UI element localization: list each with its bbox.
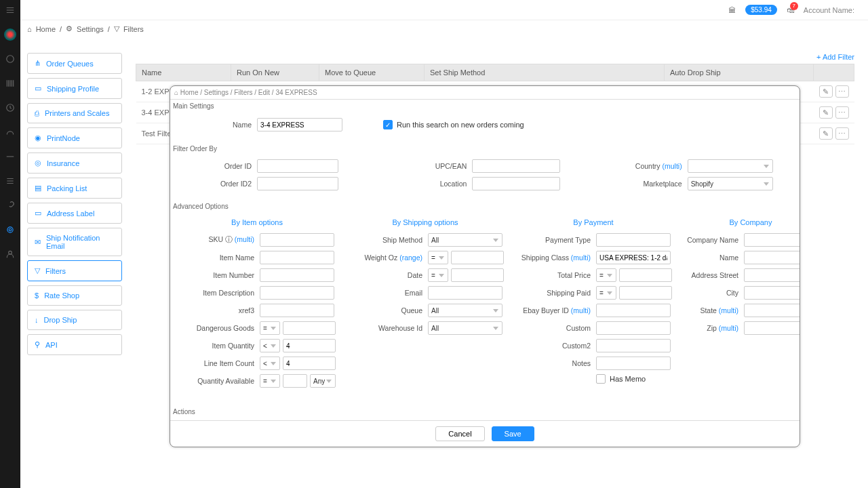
cname-input[interactable]	[744, 233, 800, 247]
email-input[interactable]	[428, 286, 502, 300]
spaid-op-select[interactable]: =	[596, 286, 616, 300]
menu-drop-ship[interactable]: ↓Drop Ship	[27, 310, 122, 330]
notes-input[interactable]	[596, 357, 671, 370]
menu-shipping-profile[interactable]: ▭Shipping Profile	[27, 78, 122, 99]
qty-input[interactable]	[283, 339, 336, 352]
gauge-icon[interactable]	[4, 126, 16, 138]
itemnum-input[interactable]	[260, 268, 334, 282]
menu-order-queues[interactable]: ⋔Order Queues	[27, 53, 122, 74]
dangerous-input[interactable]	[283, 321, 336, 335]
qavail-any-select[interactable]: Any	[310, 374, 336, 388]
balance-pill[interactable]: $53.94	[745, 5, 777, 15]
spaid-input[interactable]	[619, 286, 672, 300]
menu-ship-email[interactable]: ✉Ship Notification Email	[27, 228, 122, 256]
hasmemo-checkbox[interactable]	[596, 374, 606, 384]
link-icon[interactable]	[4, 199, 16, 211]
orderid2-input[interactable]	[257, 177, 338, 190]
lic-op-select[interactable]: <	[260, 357, 280, 370]
weight-op-select[interactable]: =	[428, 251, 448, 264]
th-ship[interactable]: Set Ship Method	[425, 64, 665, 81]
crumb-settings[interactable]: Settings	[77, 25, 104, 33]
more-icon[interactable]: ⋯	[835, 106, 849, 119]
ebay-multi-link[interactable]: (multi)	[571, 306, 591, 314]
sku-multi-link[interactable]: (multi)	[235, 235, 254, 243]
ptype-input[interactable]	[596, 233, 671, 247]
wh-select[interactable]: All	[428, 321, 502, 335]
edit-icon[interactable]: ✎	[819, 106, 833, 119]
itemname-input[interactable]	[260, 251, 334, 264]
menu-rate-shop[interactable]: $Rate Shop	[27, 285, 122, 306]
zip-multi-link[interactable]: (multi)	[719, 324, 738, 332]
date-op-select[interactable]: =	[428, 268, 448, 282]
menu-icon[interactable]	[4, 4, 16, 16]
more-icon[interactable]: ⋯	[835, 85, 849, 98]
user-icon[interactable]	[4, 248, 16, 260]
qavail-input[interactable]	[283, 374, 307, 388]
list-icon[interactable]	[4, 175, 16, 187]
run-on-new-checkbox[interactable]	[383, 120, 393, 129]
add-filter-link[interactable]: + Add Filter	[136, 53, 854, 61]
th-auto[interactable]: Auto Drop Ship	[665, 64, 814, 81]
th-name[interactable]: Name	[136, 64, 231, 81]
country-select[interactable]	[688, 159, 773, 173]
sku-input[interactable]	[260, 233, 334, 247]
dashboard-icon[interactable]	[4, 53, 16, 65]
menu-api[interactable]: ⚲API	[27, 334, 122, 355]
weight-range-link[interactable]: (range)	[399, 253, 422, 262]
queue-select[interactable]: All	[428, 304, 502, 317]
name-input[interactable]	[257, 118, 342, 131]
shipmethod-select[interactable]: All	[428, 233, 502, 247]
pname-input[interactable]	[744, 251, 800, 264]
qavail-op-select[interactable]: =	[260, 374, 280, 388]
country-multi-link[interactable]: (multi)	[662, 162, 682, 170]
th-run[interactable]: Run On New	[231, 64, 319, 81]
menu-filters[interactable]: ▽Filters	[27, 260, 122, 281]
settings-icon[interactable]	[4, 224, 16, 236]
city-input[interactable]	[744, 286, 800, 300]
save-button[interactable]: Save	[492, 426, 534, 441]
bank-icon[interactable]: 🏛	[728, 6, 736, 14]
th-move[interactable]: Move to Queue	[319, 64, 425, 81]
cart-icon[interactable]: 🛍	[787, 6, 794, 14]
tprice-op-select[interactable]: =	[596, 268, 616, 282]
sclass-multi-link[interactable]: (multi)	[571, 253, 591, 262]
edit-icon[interactable]: ✎	[819, 127, 833, 140]
clock-icon[interactable]	[4, 102, 16, 114]
menu-printnode[interactable]: ◉PrintNode	[27, 127, 122, 148]
weight-input[interactable]	[451, 251, 504, 264]
edit-icon[interactable]: ✎	[819, 85, 833, 98]
tag-icon[interactable]	[4, 150, 16, 163]
location-input[interactable]	[472, 177, 560, 190]
logo-icon[interactable]	[4, 28, 16, 41]
qty-op-select[interactable]: <	[260, 339, 280, 352]
custom2-input[interactable]	[596, 339, 671, 352]
menu-address-label[interactable]: ▭Address Label	[27, 203, 122, 224]
marketplace-select[interactable]: Shopify	[688, 177, 773, 190]
orderid-input[interactable]	[257, 159, 338, 173]
more-icon[interactable]: ⋯	[835, 127, 849, 140]
crumb-filters[interactable]: Filters	[123, 25, 144, 33]
lbl-qty: Item Quantity	[178, 342, 260, 350]
ebay-input[interactable]	[596, 304, 671, 317]
date-input[interactable]	[451, 268, 504, 282]
sclass-input[interactable]	[596, 251, 671, 264]
lic-input[interactable]	[283, 357, 336, 370]
home-icon[interactable]: ⌂	[27, 25, 32, 33]
state-multi-link[interactable]: (multi)	[719, 306, 738, 314]
state-input[interactable]	[744, 304, 800, 317]
dangerous-op-select[interactable]: =	[260, 321, 280, 335]
street-input[interactable]	[744, 268, 800, 282]
menu-insurance[interactable]: ◎Insurance	[27, 152, 122, 174]
menu-packing-list[interactable]: ▤Packing List	[27, 178, 122, 199]
xref3-input[interactable]	[260, 304, 334, 317]
crumb-home[interactable]: Home	[36, 25, 56, 33]
lbl-street: Address Street	[683, 271, 744, 279]
zip-input[interactable]	[744, 321, 800, 335]
tprice-input[interactable]	[619, 268, 672, 282]
custom-input[interactable]	[596, 321, 671, 335]
menu-printers[interactable]: ⎙Printers and Scales	[27, 103, 122, 123]
barcode-icon[interactable]	[4, 77, 16, 89]
itemdesc-input[interactable]	[260, 286, 334, 300]
cancel-button[interactable]: Cancel	[435, 426, 484, 441]
upc-input[interactable]	[472, 159, 560, 173]
